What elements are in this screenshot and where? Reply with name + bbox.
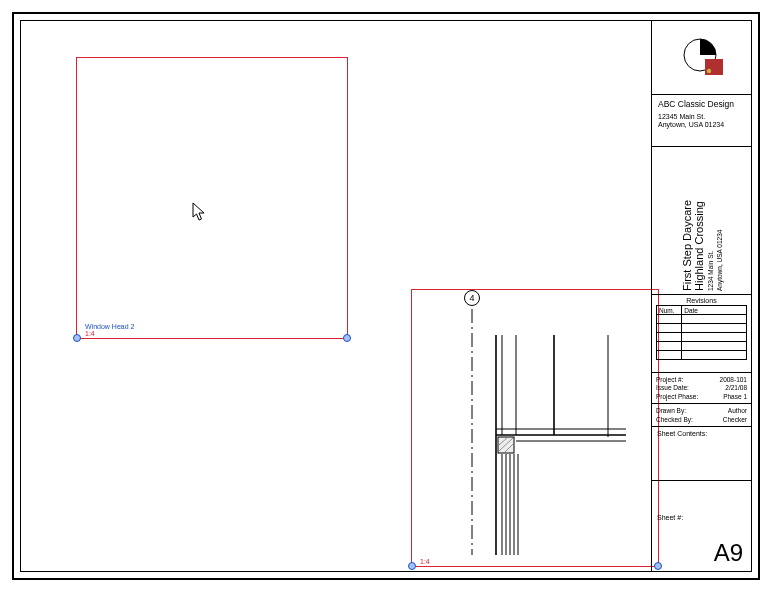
sheet-number: A9 (714, 539, 743, 567)
viewport-handle-icon[interactable] (343, 334, 351, 342)
meta-label: Drawn By: (656, 407, 686, 415)
project-name-1: First Step Daycare (680, 151, 692, 291)
logo-icon (677, 33, 727, 83)
sheet-contents-label: Sheet Contents: (657, 430, 746, 437)
project-name-2: Highland Crossing (692, 151, 704, 291)
title-block: ABC Classic Design 12345 Main St. Anytow… (651, 21, 751, 571)
rev-header-num: Num. (657, 306, 682, 315)
revisions-block: Revisions Num.Date (652, 295, 751, 373)
viewport-title: 1:4 (420, 558, 430, 565)
firm-address-1: 12345 Main St. (658, 113, 745, 121)
viewport-handle-icon[interactable] (73, 334, 81, 342)
firm-name: ABC Classic Design (658, 99, 745, 109)
viewport-handle-icon[interactable] (408, 562, 416, 570)
meta-value: Author (728, 407, 747, 415)
sheet-contents: Sheet Contents: (652, 427, 751, 481)
revisions-title: Revisions (656, 297, 747, 304)
revisions-table: Num.Date (656, 305, 747, 360)
meta-label: Checked By: (656, 416, 693, 424)
meta-label: Issue Date: (656, 384, 689, 392)
sheet-number-label: Sheet #: (657, 514, 746, 521)
project-address-1: 1234 Main St. (706, 151, 713, 291)
sheet-outer-frame: Window Head 2 1:4 1:4 4 (12, 12, 760, 580)
meta-value: 2008-101 (720, 376, 747, 384)
detail-linework (426, 279, 654, 557)
project-info: First Step Daycare Highland Crossing 123… (652, 147, 751, 295)
meta-value: Checker (723, 416, 747, 424)
viewport-title: Window Head 2 1:4 (85, 323, 134, 337)
project-address-2: Anytown, USA 01234 (716, 151, 723, 291)
meta-label: Project #: (656, 376, 683, 384)
sheet-number-block: Sheet #: A9 (652, 511, 751, 571)
project-meta: Project #:2008-101 Issue Date:2/21/08 Pr… (652, 373, 751, 427)
rev-header-date: Date (682, 306, 747, 315)
firm-info: ABC Classic Design 12345 Main St. Anytow… (652, 95, 751, 147)
detail-drawing: 4 (426, 279, 654, 553)
svg-point-20 (706, 68, 710, 72)
firm-logo (652, 21, 751, 95)
sheet-inner-frame: Window Head 2 1:4 1:4 4 (20, 20, 752, 572)
viewport-window-head[interactable]: Window Head 2 1:4 (76, 57, 348, 339)
meta-label: Project Phase: (656, 393, 698, 401)
firm-address-2: Anytown, USA 01234 (658, 121, 745, 129)
meta-value: 2/21/08 (725, 384, 747, 392)
meta-value: Phase 1 (723, 393, 747, 401)
